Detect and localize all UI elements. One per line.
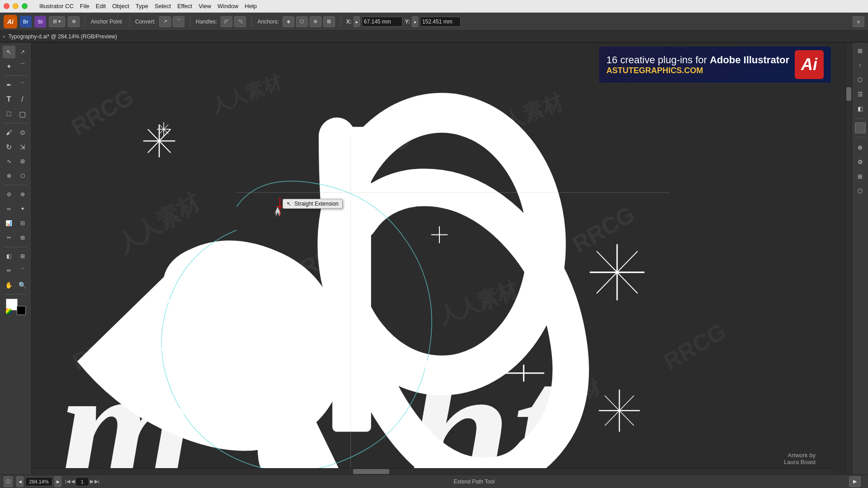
menu-help[interactable]: Help <box>245 3 257 9</box>
lasso-tool[interactable]: ⌒ <box>16 60 29 73</box>
anchors-btn2[interactable]: ⬡ <box>296 16 308 27</box>
menu-view[interactable]: View <box>198 3 211 9</box>
status-right-btn[interactable]: ▶ <box>849 476 861 487</box>
tool-sep-1 <box>5 75 27 76</box>
zoom-input[interactable] <box>25 477 52 486</box>
tab-close-btn[interactable]: × <box>3 34 5 39</box>
blob-brush-tool[interactable]: ⊙ <box>16 126 29 139</box>
horizontal-scrollbar[interactable] <box>32 468 835 474</box>
workspace-switcher[interactable]: ⊞ ▾ <box>49 16 65 27</box>
handles-btn1[interactable]: ◸ <box>221 16 232 27</box>
x-up-btn[interactable]: ▲ <box>354 16 360 27</box>
convert-smooth-btn[interactable]: ⌒ <box>173 16 184 27</box>
tool-sep-5 <box>5 294 27 295</box>
measure-tool[interactable]: ⊛ <box>16 188 29 201</box>
first-page-btn[interactable]: |◀ <box>65 479 70 484</box>
handles-btn2[interactable]: ◹ <box>234 16 246 27</box>
mesh-tool[interactable]: ⊞ <box>16 250 29 263</box>
y-input[interactable] <box>420 17 461 27</box>
svg-text:RRCG: RRCG <box>67 84 138 141</box>
scale-tool[interactable]: ⇲ <box>16 141 29 153</box>
pen-tool[interactable]: ✒ <box>3 79 15 91</box>
artboard-tool[interactable]: ⊟ <box>16 217 29 230</box>
maximize-button[interactable] <box>22 3 28 9</box>
tool-sep-3 <box>5 185 27 185</box>
panel-btn-1[interactable]: ⊞ <box>854 44 867 57</box>
rect-tool[interactable]: □ <box>3 108 15 120</box>
rounded-rect-tool[interactable]: ▢ <box>16 108 29 120</box>
anchors-btn3[interactable]: ⊛ <box>310 16 321 27</box>
zoom-next-btn[interactable]: ▶ <box>54 476 61 487</box>
menu-select[interactable]: Select <box>155 3 171 9</box>
menu-type[interactable]: Type <box>136 3 148 9</box>
close-button[interactable] <box>4 3 9 9</box>
vertical-scrollbar[interactable] <box>845 42 852 488</box>
curvature-tool[interactable]: ⌒ <box>16 79 29 91</box>
column-graph[interactable]: 📊 <box>3 217 15 230</box>
symbol-sprayer[interactable]: ✦ <box>16 202 29 215</box>
smooth-tool[interactable]: ⌒ <box>16 264 29 277</box>
horizontal-scrollbar-thumb[interactable] <box>353 469 389 474</box>
pencil-tool[interactable]: ✏ <box>3 264 15 277</box>
minimize-button[interactable] <box>13 3 19 9</box>
panel-btn-9[interactable]: ⊞ <box>854 170 867 183</box>
convert-section: Convert: ↗ ⌒ <box>135 16 184 27</box>
panel-btn-3[interactable]: ⬡ <box>854 73 867 86</box>
shape-builder[interactable]: ⊕ <box>3 169 15 182</box>
rotate-tool[interactable]: ↻ <box>3 141 15 153</box>
menu-window[interactable]: Window <box>217 3 238 9</box>
right-panel: ⊞ ↑ ⬡ ☰ ◧ ⊕ ⚙ ⊞ ⬡ <box>852 42 868 488</box>
last-page-btn[interactable]: ▶| <box>94 479 99 484</box>
direct-select-tool[interactable]: ↗ <box>16 46 29 58</box>
selection-tool[interactable]: ↖ <box>3 46 15 58</box>
slice-tool[interactable]: ✂ <box>3 231 15 244</box>
anchors-btn4[interactable]: ⊠ <box>323 16 335 27</box>
perspective-grid[interactable]: ⊞ <box>16 231 29 244</box>
menu-edit[interactable]: Edit <box>96 3 106 9</box>
line-tool[interactable]: / <box>16 93 29 106</box>
zoom-prev-btn[interactable]: ◀ <box>16 476 24 487</box>
canvas-area[interactable]: 16 creative plug-ins for Adobe Illustrat… <box>32 42 852 488</box>
astute-banner: 16 creative plug-ins for Adobe Illustrat… <box>599 46 831 83</box>
eyedropper-tool[interactable]: ⊘ <box>3 188 15 201</box>
warp-tool[interactable]: ∿ <box>3 155 15 168</box>
vertical-scrollbar-thumb[interactable] <box>846 87 851 101</box>
blend-tool[interactable]: ∞ <box>3 202 15 215</box>
gradient-tool[interactable]: ◧ <box>3 250 15 263</box>
menu-object[interactable]: Object <box>112 3 129 9</box>
menu-file[interactable]: File <box>80 3 90 9</box>
text-tool[interactable]: T <box>3 93 15 106</box>
panel-btn-10[interactable]: ⬡ <box>854 184 867 197</box>
zoom-tool[interactable]: 🔍 <box>16 279 29 291</box>
page-number-input[interactable] <box>75 477 89 486</box>
y-up-btn[interactable]: ▲ <box>412 16 418 27</box>
menu-app-name[interactable]: Illustrator CC <box>39 3 74 9</box>
handles-section: Handles: ◸ ◹ <box>196 16 246 27</box>
magic-wand-tool[interactable]: ✦ <box>3 60 15 73</box>
status-info-btn[interactable]: ⓘ <box>4 476 13 487</box>
x-input[interactable] <box>362 17 402 27</box>
free-transform[interactable]: ⊞ <box>16 155 29 168</box>
convert-corner-btn[interactable]: ↗ <box>159 16 171 27</box>
panel-btn-2[interactable]: ↑ <box>854 59 867 71</box>
panel-btn-4[interactable]: ☰ <box>854 88 867 100</box>
menu-effect[interactable]: Effect <box>177 3 192 9</box>
paintbrush-tool[interactable]: 🖌 <box>3 126 15 139</box>
live-paint[interactable]: ⬡ <box>16 169 29 182</box>
panel-btn-8[interactable]: ⚙ <box>854 155 867 168</box>
anchors-btn1[interactable]: ◈ <box>283 16 294 27</box>
tool-name-display: Extend Path Tool <box>103 479 845 485</box>
panel-btn-7[interactable]: ⊕ <box>854 141 867 154</box>
arrange-btn[interactable]: ⊕ <box>68 16 80 27</box>
panel-btn-5[interactable]: ◧ <box>854 102 867 115</box>
hand-tool[interactable]: ✋ <box>3 279 15 291</box>
next-page-btn[interactable]: ▶ <box>90 479 94 484</box>
panel-btn-6[interactable] <box>855 122 866 133</box>
svg-text:RRCG: RRCG <box>568 201 639 258</box>
y-coord-field: Y: ▲ <box>405 16 461 27</box>
separator-3 <box>190 16 190 27</box>
fill-stroke-indicator[interactable] <box>6 299 26 315</box>
panel-toggle-btn[interactable]: ≡ <box>853 16 864 27</box>
statusbar: ⓘ ◀ ▶ |◀ ◀ ▶ ▶| Extend Path Tool ▶ <box>0 474 868 488</box>
prev-page-btn[interactable]: ◀ <box>71 479 75 484</box>
